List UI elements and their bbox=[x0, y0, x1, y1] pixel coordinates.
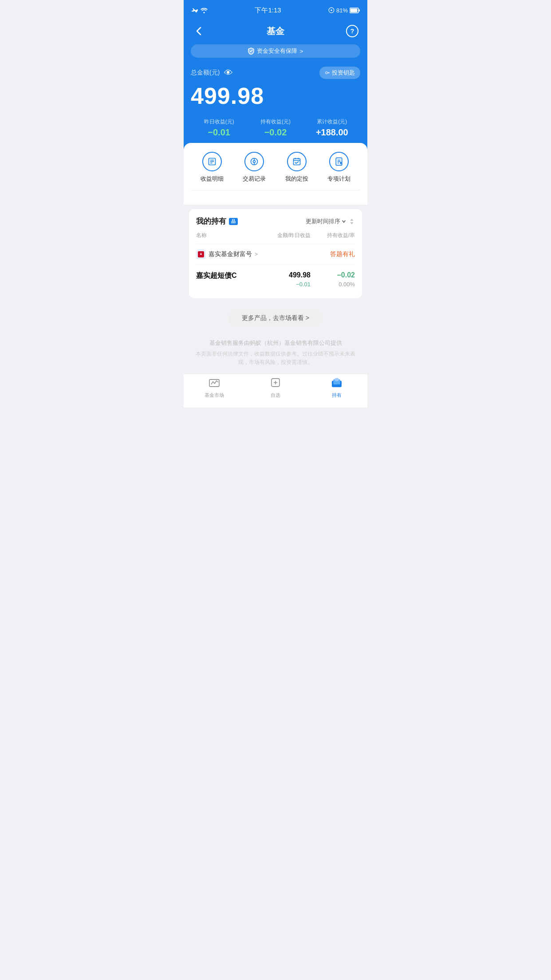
status-bar: 下午1:13 81% bbox=[184, 0, 367, 20]
cum-value: +188.00 bbox=[304, 127, 360, 138]
col-profit-header: 持有收益/率 bbox=[311, 232, 355, 239]
holdings-header: 我的持有 品 更新时间排序 bbox=[196, 216, 355, 226]
location-icon bbox=[328, 7, 335, 13]
action-special-plan[interactable]: 专项计划 bbox=[327, 152, 350, 183]
card-section: 收益明细 交易记录 bbox=[184, 143, 367, 205]
col-headers: 名称 金额/昨日收益 持有收益/率 bbox=[196, 232, 355, 244]
action-income-detail[interactable]: 收益明细 bbox=[201, 152, 224, 183]
action-auto-invest[interactable]: 我的定投 bbox=[285, 152, 308, 183]
status-left bbox=[191, 8, 208, 13]
hold-stat: 持有收益(元) −0.02 bbox=[247, 118, 303, 138]
fund-values-0: 499.98 −0.01 bbox=[262, 271, 311, 288]
disclaimer-text: 本页面非任何法律文件，收益数据仅供参考。过往业绩不预示未来表现，市场有风险，投资… bbox=[193, 350, 358, 367]
holdings-title: 我的持有 品 bbox=[196, 216, 238, 226]
status-right: 81% bbox=[328, 7, 360, 14]
help-circle-icon: ? bbox=[346, 25, 358, 37]
hold-value: −0.02 bbox=[247, 127, 303, 138]
nav-item-market[interactable]: 基金市场 bbox=[184, 378, 245, 399]
header: 基金 ? bbox=[184, 20, 367, 44]
auto-invest-label: 我的定投 bbox=[285, 175, 308, 183]
holdings-title-text: 我的持有 bbox=[196, 216, 226, 226]
disclaimer-section: 基金销售服务由蚂蚁（杭州）基金销售有限公司提供 本页面非任何法律文件，收益数据仅… bbox=[184, 334, 367, 374]
nav-watchlist-label: 自选 bbox=[271, 392, 280, 399]
status-time: 下午1:13 bbox=[255, 6, 281, 15]
nav-holdings-label: 持有 bbox=[332, 392, 342, 399]
trade-record-icon bbox=[244, 152, 264, 171]
sort-arrows-icon bbox=[349, 218, 355, 225]
holdings-icon bbox=[331, 378, 342, 390]
col-name-header: 名称 bbox=[196, 232, 262, 239]
cum-stat: 累计收益(元) +188.00 bbox=[304, 118, 360, 138]
income-detail-icon bbox=[202, 152, 222, 171]
yesterday-label: 昨日收益(元) bbox=[191, 118, 247, 126]
trade-record-label: 交易记录 bbox=[243, 175, 266, 183]
nav-item-watchlist[interactable]: 自选 bbox=[245, 378, 306, 399]
cum-label: 累计收益(元) bbox=[304, 118, 360, 126]
fund-hold-rate-0: 0.00% bbox=[311, 281, 355, 288]
svg-rect-3 bbox=[350, 8, 357, 12]
fund-item-0[interactable]: 嘉实超短债C 499.98 −0.01 −0.02 0.00% bbox=[196, 265, 355, 291]
promo-row[interactable]: 嘉实基金财富号 > 答题有礼 bbox=[196, 244, 355, 265]
fund-row-0: 嘉实超短债C 499.98 −0.01 −0.02 0.00% bbox=[196, 271, 355, 288]
yesterday-value: −0.01 bbox=[191, 127, 247, 138]
total-row: 总金额(元) 👁 bbox=[191, 68, 233, 78]
yesterday-stat: 昨日收益(元) −0.01 bbox=[191, 118, 247, 138]
total-section: 总金额(元) 👁 投资钥匙 bbox=[191, 67, 360, 79]
watchlist-icon bbox=[270, 378, 281, 390]
market-icon bbox=[209, 378, 220, 390]
security-banner[interactable]: 资金安全有保障 > bbox=[191, 44, 360, 58]
income-detail-label: 收益明细 bbox=[201, 175, 224, 183]
svg-rect-14 bbox=[293, 158, 300, 165]
hold-label: 持有收益(元) bbox=[247, 118, 303, 126]
special-plan-label: 专项计划 bbox=[327, 175, 350, 183]
more-products-button[interactable]: 更多产品，去市场看看 > bbox=[228, 310, 323, 327]
brand-tag: 品 bbox=[229, 218, 238, 225]
hero-section: 资金安全有保障 > 总金额(元) 👁 投资钥匙 499.98 昨日收益(元) −… bbox=[184, 44, 367, 150]
svg-rect-4 bbox=[358, 9, 360, 12]
svg-point-5 bbox=[326, 72, 328, 74]
auto-invest-icon bbox=[287, 152, 307, 171]
promo-brand-icon bbox=[196, 249, 206, 259]
airplane-icon bbox=[191, 8, 198, 13]
sort-control[interactable]: 更新时间排序 bbox=[306, 217, 355, 225]
special-plan-icon bbox=[329, 152, 349, 171]
key-icon bbox=[325, 70, 330, 75]
promo-name: 嘉实基金财富号 bbox=[209, 250, 252, 258]
battery-icon bbox=[350, 8, 360, 13]
promo-action[interactable]: 答题有礼 bbox=[330, 250, 355, 258]
nav-market-label: 基金市场 bbox=[205, 392, 224, 399]
chevron-down-icon bbox=[342, 219, 346, 224]
quick-actions: 收益明细 交易记录 bbox=[191, 152, 360, 190]
sort-label: 更新时间排序 bbox=[306, 217, 346, 225]
security-text: 资金安全有保障 bbox=[257, 47, 297, 55]
help-button[interactable]: ? bbox=[344, 23, 360, 39]
total-amount: 499.98 bbox=[191, 83, 360, 109]
col-amount-header: 金额/昨日收益 bbox=[262, 232, 311, 239]
eye-icon[interactable]: 👁 bbox=[224, 68, 233, 78]
more-products: 更多产品，去市场看看 > bbox=[184, 303, 367, 334]
fund-day-change-0: −0.01 bbox=[262, 281, 311, 288]
fund-hold-profit-0: −0.02 bbox=[311, 271, 355, 279]
battery-percent: 81% bbox=[336, 7, 348, 14]
action-trade-record[interactable]: 交易记录 bbox=[243, 152, 266, 183]
svg-point-1 bbox=[331, 9, 332, 11]
invest-key-label: 投资钥匙 bbox=[332, 69, 355, 77]
fund-name-0: 嘉实超短债C bbox=[196, 271, 262, 281]
stats-row: 昨日收益(元) −0.01 持有收益(元) −0.02 累计收益(元) +188… bbox=[191, 118, 360, 138]
security-arrow: > bbox=[300, 48, 303, 55]
svg-point-11 bbox=[253, 161, 256, 163]
total-label: 总金额(元) bbox=[191, 69, 220, 77]
svg-rect-22 bbox=[340, 162, 342, 164]
holdings-nav-icon bbox=[331, 378, 342, 387]
fund-amount-0: 499.98 bbox=[262, 271, 311, 279]
wifi-icon bbox=[201, 8, 208, 13]
promo-left: 嘉实基金财富号 > bbox=[196, 249, 258, 259]
invest-key-button[interactable]: 投资钥匙 bbox=[319, 67, 360, 79]
shield-icon bbox=[248, 47, 254, 55]
back-button[interactable] bbox=[191, 23, 207, 39]
disclaimer-title: 基金销售服务由蚂蚁（杭州）基金销售有限公司提供 bbox=[193, 339, 358, 347]
nav-item-holdings[interactable]: 持有 bbox=[306, 378, 367, 399]
promo-arrow: > bbox=[255, 251, 258, 257]
fund-profit-0: −0.02 0.00% bbox=[311, 271, 355, 288]
bottom-nav: 基金市场 自选 持有 bbox=[184, 374, 367, 407]
